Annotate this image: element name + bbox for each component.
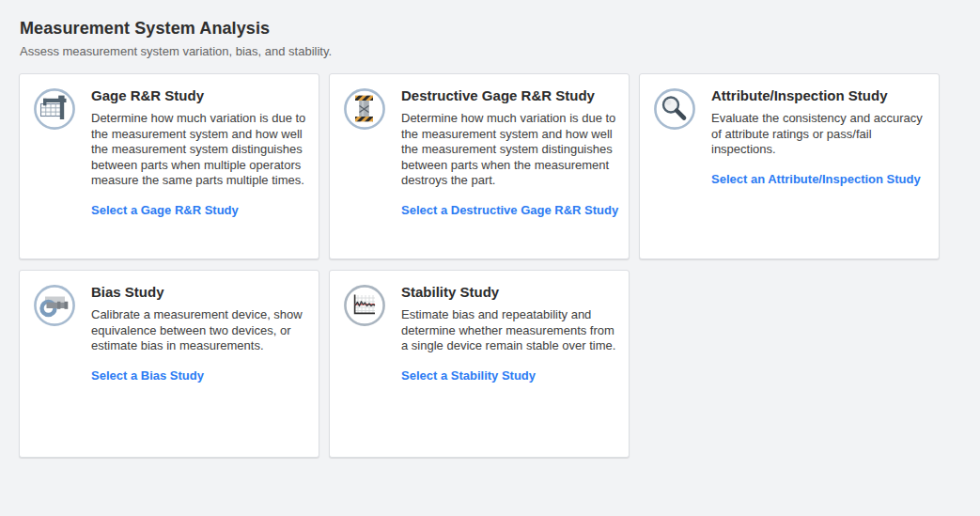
caliper-grid-icon: [33, 87, 76, 131]
card-title-gage-rr: Gage R&R Study: [91, 87, 311, 103]
select-bias-study-link[interactable]: Select a Bias Study: [91, 368, 204, 383]
card-title-bias: Bias Study: [91, 284, 311, 300]
destructive-test-icon: [343, 87, 386, 131]
card-stability-study: Stability Study Estimate bias and repeat…: [329, 270, 630, 458]
card-description-attribute-inspection: Evaluate the consistency and accuracy of…: [711, 111, 931, 158]
card-description-stability: Estimate bias and repeatability and dete…: [401, 307, 621, 354]
select-destructive-gage-rr-study-link[interactable]: Select a Destructive Gage R&R Study: [401, 203, 618, 217]
card-gage-rr-study: Gage R&R Study Determine how much variat…: [19, 73, 319, 259]
card-title-stability: Stability Study: [401, 284, 621, 300]
card-description-bias: Calibrate a measurement device, show equ…: [91, 307, 311, 354]
card-body: Gage R&R Study Determine how much variat…: [91, 86, 311, 218]
magnifier-icon: [653, 87, 696, 131]
card-body: Attribute/Inspection Study Evaluate the …: [711, 86, 931, 187]
page-title: Measurement System Analysis: [20, 19, 980, 39]
card-title-destructive-gage-rr: Destructive Gage R&R Study: [401, 87, 621, 103]
card-title-attribute-inspection: Attribute/Inspection Study: [711, 87, 931, 103]
card-description-gage-rr: Determine how much variation is due to t…: [91, 111, 311, 189]
card-attribute-inspection-study: Attribute/Inspection Study Evaluate the …: [639, 73, 940, 259]
control-chart-icon: [343, 284, 386, 327]
page-header: Measurement System Analysis Assess measu…: [20, 19, 980, 58]
card-body: Destructive Gage R&R Study Determine how…: [401, 86, 621, 218]
select-stability-study-link[interactable]: Select a Stability Study: [401, 368, 536, 383]
select-attribute-inspection-study-link[interactable]: Select an Attribute/Inspection Study: [711, 172, 921, 186]
card-body: Stability Study Estimate bias and repeat…: [401, 283, 621, 383]
page-subtitle: Assess measurement system variation, bia…: [20, 44, 980, 58]
select-gage-rr-study-link[interactable]: Select a Gage R&R Study: [91, 203, 239, 217]
card-destructive-gage-rr-study: Destructive Gage R&R Study Determine how…: [329, 73, 630, 259]
study-cards-grid: Gage R&R Study Determine how much variat…: [19, 73, 940, 458]
card-body: Bias Study Calibrate a measurement devic…: [91, 283, 311, 383]
micrometer-icon: [33, 284, 76, 327]
card-bias-study: Bias Study Calibrate a measurement devic…: [19, 270, 319, 458]
card-description-destructive-gage-rr: Determine how much variation is due to t…: [401, 111, 621, 189]
